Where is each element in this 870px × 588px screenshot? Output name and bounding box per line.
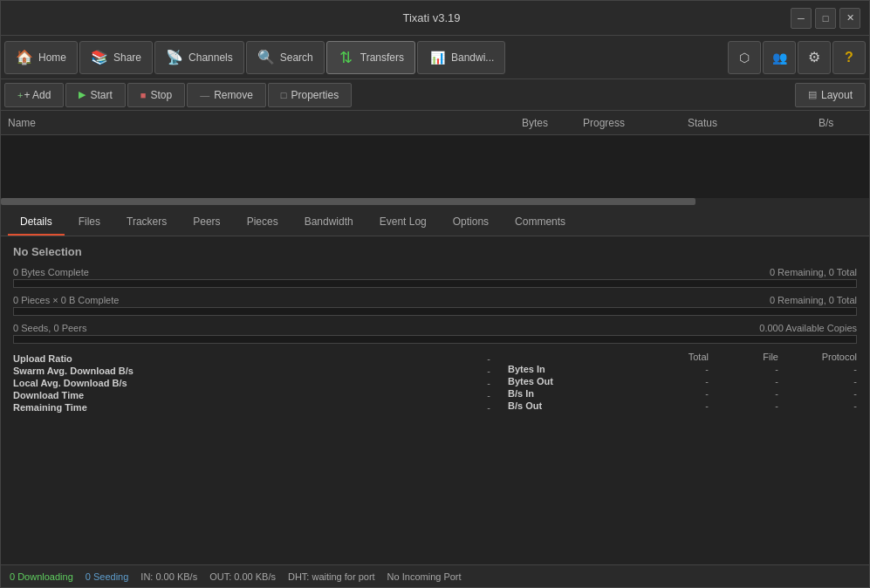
no-selection-label: No Selection: [13, 245, 857, 258]
settings-button[interactable]: ⚙: [798, 41, 831, 74]
add-icon: +: [17, 90, 23, 100]
stat-remaining-time-value: -: [487, 402, 490, 413]
transfer-list[interactable]: [1, 135, 869, 205]
nav-home[interactable]: 🏠 Home: [4, 41, 78, 74]
stat-bytes-out: Bytes Out - - -: [508, 375, 857, 387]
stat-upload-ratio: Upload Ratio -: [13, 352, 508, 365]
nav-bandwidth[interactable]: 📊 Bandwi...: [417, 41, 505, 74]
home-icon: 🏠: [16, 49, 33, 66]
stats-right: Total File Protocol Bytes In - - - Bytes…: [508, 351, 857, 414]
col-file: File: [709, 352, 778, 362]
tab-eventlog[interactable]: Event Log: [367, 209, 439, 236]
stat-remaining-time-label: Remaining Time: [13, 402, 87, 413]
stat-bps-in-protocol: -: [778, 388, 857, 399]
seeds-right: 0.000 Available Copies: [759, 323, 857, 333]
nav-search[interactable]: 🔍 Search: [246, 41, 325, 74]
stat-bytes-in-file: -: [709, 364, 778, 374]
network-button[interactable]: ⬡: [728, 41, 761, 74]
nav-bandwidth-label: Bandwi...: [451, 51, 494, 64]
minimize-button[interactable]: ─: [791, 8, 812, 29]
stat-download-time-label: Download Time: [13, 390, 84, 400]
stat-bytes-out-label: Bytes Out: [508, 376, 639, 386]
pieces-progress-bar: [13, 307, 857, 316]
nav-transfers[interactable]: ⇅ Transfers: [326, 41, 415, 74]
stat-local-avg: Local Avg. Download B/s -: [13, 377, 508, 389]
stat-bps-out: B/s Out - - -: [508, 400, 857, 412]
tab-comments[interactable]: Comments: [503, 209, 578, 236]
help-button[interactable]: ?: [832, 41, 866, 74]
tab-peers[interactable]: Peers: [181, 209, 232, 236]
transfers-icon: ⇅: [338, 49, 355, 66]
tab-details[interactable]: Details: [8, 209, 65, 236]
pieces-right: 0 Remaining, 0 Total: [770, 295, 857, 305]
bytes-complete-left: 0 Bytes Complete: [13, 267, 89, 277]
stats-area: Upload Ratio - Swarm Avg. Download B/s -…: [13, 351, 857, 414]
window-title: Tixati v3.19: [72, 11, 791, 24]
nav-channels[interactable]: 📡 Channels: [154, 41, 244, 74]
col-progress: Progress: [583, 117, 688, 129]
stats-header-row: Upload Ratio - Swarm Avg. Download B/s -…: [13, 351, 857, 414]
bandwidth-icon: 📊: [428, 49, 446, 66]
stat-bps-out-label: B/s Out: [508, 400, 639, 411]
stat-bps-out-total: -: [639, 400, 709, 411]
stat-bytes-in-label: Bytes In: [508, 364, 639, 374]
stat-bps-in-label: B/s In: [508, 388, 639, 399]
stat-bytes-in-protocol: -: [778, 364, 857, 374]
add-button[interactable]: + + Add: [4, 83, 64, 107]
nav-search-label: Search: [280, 51, 313, 64]
toolbar: + + Add ▶ Start ■ Stop — Remove □ Proper…: [1, 79, 869, 111]
pieces-section: 0 Pieces × 0 B Complete 0 Remaining, 0 T…: [13, 295, 857, 316]
seeds-left: 0 Seeds, 0 Peers: [13, 323, 86, 333]
tab-options[interactable]: Options: [441, 209, 501, 236]
start-label: Start: [90, 89, 112, 101]
maximize-button[interactable]: □: [815, 8, 836, 29]
bytes-progress-bar: [13, 279, 857, 288]
remove-label: Remove: [214, 89, 253, 101]
stat-local-avg-label: Local Avg. Download B/s: [13, 378, 127, 388]
tab-bandwidth[interactable]: Bandwidth: [292, 209, 366, 236]
status-bar: 0 Downloading 0 Seeding IN: 0.00 KB/s OU…: [1, 564, 869, 587]
seeds-row: 0 Seeds, 0 Peers 0.000 Available Copies: [13, 323, 857, 333]
tab-files[interactable]: Files: [66, 209, 113, 236]
stop-label: Stop: [150, 89, 172, 101]
stat-local-avg-value: -: [487, 378, 490, 388]
window-controls: ─ □ ✕: [791, 8, 860, 29]
start-button[interactable]: ▶ Start: [65, 83, 125, 107]
col-bs: B/s: [819, 117, 862, 129]
status-dht: DHT: waiting for port: [288, 571, 375, 582]
layout-button[interactable]: ▤ Layout: [795, 83, 866, 107]
stop-button[interactable]: ■ Stop: [127, 83, 185, 107]
remove-icon: —: [200, 90, 209, 100]
col-name: Name: [8, 117, 522, 129]
status-downloading: 0 Downloading: [10, 571, 73, 582]
stat-swarm-avg: Swarm Avg. Download B/s -: [13, 365, 508, 377]
stat-download-time: Download Time -: [13, 389, 508, 401]
scrollbar-thumb[interactable]: [1, 198, 695, 205]
stat-bps-out-file: -: [709, 400, 778, 411]
pieces-row: 0 Pieces × 0 B Complete 0 Remaining, 0 T…: [13, 295, 857, 305]
properties-button[interactable]: □ Properties: [268, 83, 352, 107]
pieces-left: 0 Pieces × 0 B Complete: [13, 295, 119, 305]
stat-bps-in-total: -: [639, 388, 709, 399]
tab-pieces[interactable]: Pieces: [235, 209, 291, 236]
horizontal-scrollbar[interactable]: [1, 198, 869, 205]
nav-share[interactable]: 📚 Share: [79, 41, 153, 74]
properties-label: Properties: [291, 89, 339, 101]
status-seeding: 0 Seeding: [86, 571, 129, 582]
close-button[interactable]: ✕: [839, 8, 860, 29]
status-in: IN: 0.00 KB/s: [140, 571, 197, 582]
stat-remaining-time: Remaining Time -: [13, 401, 508, 414]
status-incoming: No Incoming Port: [387, 571, 462, 582]
nav-share-label: Share: [113, 51, 141, 64]
layout-icon: ▤: [808, 89, 817, 100]
users-button[interactable]: 👥: [763, 41, 796, 74]
stat-bytes-out-file: -: [709, 376, 778, 386]
col-status: Status: [688, 117, 819, 129]
remove-button[interactable]: — Remove: [187, 83, 266, 107]
tab-trackers[interactable]: Trackers: [114, 209, 179, 236]
stat-upload-ratio-value: -: [487, 353, 490, 364]
nav-bar: 🏠 Home 📚 Share 📡 Channels 🔍 Search ⇅ Tra…: [1, 36, 869, 79]
nav-transfers-label: Transfers: [360, 51, 404, 64]
details-panel: No Selection 0 Bytes Complete 0 Remainin…: [1, 236, 869, 564]
nav-channels-label: Channels: [188, 51, 233, 64]
